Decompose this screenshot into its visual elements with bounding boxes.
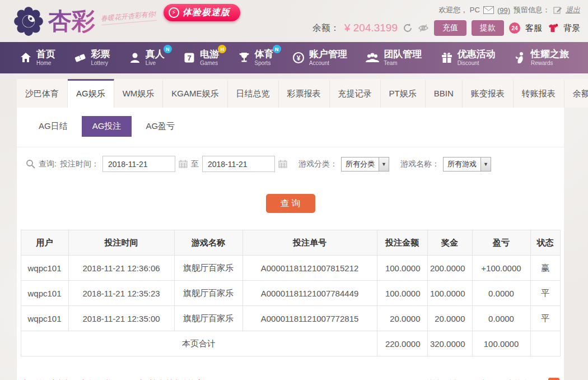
- logo-flower-icon: [13, 6, 44, 36]
- subtab-ag-profit[interactable]: AG盈亏: [135, 116, 185, 137]
- nav-item-discount[interactable]: 优惠活动Discount: [440, 49, 496, 66]
- tab-transfer-report[interactable]: 转账报表: [514, 79, 564, 108]
- nav-label: 首页: [36, 49, 55, 60]
- trophy-icon: [237, 51, 251, 64]
- logout-link[interactable]: 退出: [566, 5, 580, 15]
- nav-item-team[interactable]: 团队管理Team: [365, 49, 422, 66]
- game-name-label: 游戏名称：: [400, 159, 440, 169]
- home-icon: [19, 51, 32, 64]
- ag-subtabs: AG日结 AG投注 AG盈亏: [17, 108, 564, 143]
- date-to-input[interactable]: [202, 156, 275, 172]
- chevron-down-icon: ▼: [379, 157, 389, 171]
- pagination: 总计 3个记录, 分为 1 页, 当前第 1 页 1: [426, 378, 559, 380]
- status-badge: 赢: [530, 256, 560, 281]
- table-row: wqpc101 2018-11-21 12:35:23 旗舰厅百家乐 A0000…: [21, 281, 560, 306]
- site-logo[interactable]: 杏彩 春暖花开杏彩有你!: [13, 6, 156, 36]
- ticket-icon: [73, 51, 87, 64]
- shirt-icon: [547, 23, 558, 33]
- tab-ag-entertainment[interactable]: AG娱乐: [68, 79, 114, 108]
- edit-icon[interactable]: [553, 6, 562, 15]
- new-badge: N: [164, 45, 172, 53]
- tab-deposit-withdraw-record[interactable]: 充提记录: [330, 79, 381, 108]
- col-bet-amount: 投注金额: [377, 230, 427, 256]
- games-7-icon: 7: [183, 51, 196, 64]
- subtab-ag-bets[interactable]: AG投注: [82, 116, 132, 137]
- nav-item-lottery[interactable]: 彩票Lottery: [73, 49, 110, 66]
- game-category-select[interactable]: 所有分类 ▼: [341, 157, 389, 172]
- reserved-info-label: 预留信息：: [514, 5, 550, 15]
- hot-badge: H: [218, 45, 226, 53]
- nav-item-live[interactable]: 真人Live N: [128, 49, 165, 66]
- customer-service-link[interactable]: 客服: [525, 23, 542, 34]
- nav-item-home[interactable]: 首页Home: [19, 49, 55, 66]
- lightning-coin-icon: ⚡: [169, 7, 179, 18]
- col-game-name: 游戏名称: [174, 230, 242, 256]
- status-badge: 平: [530, 281, 560, 306]
- to-label: 至: [191, 159, 199, 169]
- col-status: 状态: [530, 230, 560, 256]
- welcome-text: 欢迎您， PC: [438, 5, 480, 15]
- query-label: 查询:: [39, 159, 57, 169]
- summary-label: 本页合计: [21, 331, 377, 356]
- page: 杏彩 春暖花开杏彩有你! ⚡ 体验极速版 欢迎您， PC (99) 预留信息： …: [0, 0, 588, 380]
- col-user: 用户: [21, 230, 68, 256]
- content-panel: 沙巴体育 AG娱乐 WM娱乐 KGAME娱乐 日结总览 彩票报表 充提记录 PT…: [17, 79, 564, 380]
- subtab-ag-daily[interactable]: AG日结: [28, 116, 78, 137]
- tab-bbin[interactable]: BBIN: [426, 79, 463, 108]
- svg-text:7: 7: [188, 54, 192, 62]
- tab-shaba-sports[interactable]: 沙巴体育: [17, 79, 68, 108]
- nav-item-rewards[interactable]: 性耀之旅Rewards: [514, 49, 569, 66]
- service-24h-icon: 24: [509, 22, 520, 34]
- table-row: wqpc101 2018-11-21 12:36:06 旗舰厅百家乐 A0000…: [21, 256, 560, 281]
- logo-tagline: 春暖花开杏彩有你!: [100, 9, 157, 25]
- search-icon: [26, 159, 35, 169]
- mail-count-link[interactable]: (99): [497, 6, 510, 15]
- table-summary-row: 本页合计 220.0000 320.0000 100.0000: [21, 331, 560, 356]
- calendar-icon[interactable]: [179, 160, 188, 168]
- team-people-icon: [365, 51, 380, 64]
- bet-time-label: 投注时间：: [60, 159, 99, 169]
- tab-kgame[interactable]: KGAME娱乐: [163, 79, 227, 108]
- hide-balance-icon[interactable]: [418, 24, 429, 33]
- main-navbar: 首页Home 彩票Lottery 真人Live N 7 电游Games H 体育…: [0, 42, 588, 73]
- nav-item-account[interactable]: ¥ 账户管理Account: [292, 49, 347, 66]
- tab-wm-entertainment[interactable]: WM娱乐: [114, 79, 164, 108]
- calendar-icon[interactable]: [278, 160, 287, 168]
- query-button[interactable]: 查 询: [266, 194, 315, 213]
- tab-balance-query[interactable]: 余额查询: [564, 79, 588, 108]
- tab-pt-entertainment[interactable]: PT娱乐: [381, 79, 426, 108]
- tab-daily-overview[interactable]: 日结总览: [228, 79, 279, 108]
- live-person-icon: [128, 51, 142, 64]
- page-1-button[interactable]: 1: [548, 378, 559, 380]
- withdraw-button[interactable]: 提款: [472, 20, 504, 36]
- recharge-button[interactable]: 充值: [434, 20, 466, 36]
- col-prize: 奖金: [427, 230, 472, 256]
- report-tabs: 沙巴体育 AG娱乐 WM娱乐 KGAME娱乐 日结总览 彩票报表 充提记录 PT…: [17, 79, 564, 108]
- table-row: wqpc101 2018-11-21 12:35:00 旗舰厅百家乐 A0000…: [21, 306, 560, 331]
- speed-badge-label: 体验极速版: [183, 7, 230, 18]
- svg-text:¥: ¥: [297, 54, 301, 62]
- speed-version-badge[interactable]: ⚡ 体验极速版: [164, 4, 240, 21]
- bet-records-table: 用户 投注时间 游戏名称 投注单号 投注金额 奖金 盈亏 状态 wqpc101 …: [21, 230, 561, 356]
- table-header-row: 用户 投注时间 游戏名称 投注单号 投注金额 奖金 盈亏 状态: [21, 230, 560, 256]
- col-profit: 盈亏: [472, 230, 530, 256]
- date-from-input[interactable]: [102, 156, 175, 172]
- tab-account-change-report[interactable]: 账变报表: [463, 79, 514, 108]
- refresh-icon[interactable]: [403, 23, 413, 33]
- tab-lottery-report[interactable]: 彩票报表: [279, 79, 330, 108]
- nav-item-sports[interactable]: 体育Sports N: [237, 49, 274, 66]
- status-badge: 平: [530, 306, 560, 331]
- nav-item-games[interactable]: 7 电游Games H: [183, 49, 219, 66]
- yen-coin-icon: ¥: [292, 51, 305, 64]
- background-link[interactable]: 背景: [563, 23, 580, 34]
- header-right: 欢迎您， PC (99) 预留信息： 退出 余额： ¥ 204.3199: [312, 5, 580, 36]
- game-name-select[interactable]: 所有游戏 ▼: [443, 157, 491, 172]
- rewards-figure-icon: [514, 51, 527, 64]
- col-order-no: 投注单号: [242, 230, 377, 256]
- new-badge: N: [273, 45, 281, 53]
- gift-icon: [440, 51, 454, 64]
- chevron-down-icon: ▼: [480, 157, 491, 171]
- balance-label: 余额：: [312, 22, 339, 34]
- col-bet-time: 投注时间: [68, 230, 174, 256]
- mail-icon[interactable]: [483, 6, 494, 14]
